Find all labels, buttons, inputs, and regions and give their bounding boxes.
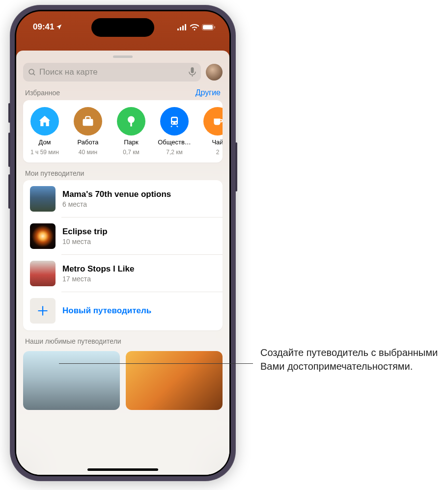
favorite-sublabel: 7,2 км [166,149,183,156]
svg-rect-6 [214,26,215,28]
loved-guides-title: Наши любимые путеводители [25,337,121,345]
favorite-item[interactable]: Парк0,7 км [110,107,153,156]
guide-title: Metro Stops I Like [62,264,216,274]
plus-icon [30,298,56,324]
new-guide-row[interactable]: Новый путеводитель [23,292,223,330]
cup-icon [203,107,223,136]
dynamic-island [91,18,154,37]
favorites-more-link[interactable]: Другие [196,88,221,97]
favorite-item[interactable]: Работа40 мин [66,107,110,156]
search-field[interactable] [23,63,201,82]
favorite-label: Обществ… [158,138,191,146]
home-indicator[interactable] [87,468,158,471]
guide-title: Mama's 70th venue options [62,190,216,199]
favorite-sublabel: 40 мин [79,149,97,156]
new-guide-label: Новый путеводитель [62,306,151,316]
loved-guide-thumb[interactable] [126,351,223,410]
svg-rect-13 [130,122,132,126]
cellular-icon [177,24,187,30]
power-button [235,142,237,191]
search-input[interactable] [39,67,186,77]
location-icon [56,24,62,30]
briefcase-icon [74,107,102,136]
svg-rect-3 [185,24,186,30]
svg-rect-5 [203,25,213,29]
guide-thumbnail [30,186,56,212]
favorite-label: Парк [124,138,139,146]
favorite-item[interactable]: Дом1 ч 59 мин [23,107,66,156]
svg-point-16 [175,122,177,124]
maps-sheet: Избранное Другие Дом1 ч 59 минРабота40 м… [16,51,229,475]
svg-rect-2 [182,26,184,30]
favorite-label: Дом [38,138,51,146]
home-icon [30,107,59,136]
svg-rect-1 [180,27,181,30]
wifi-icon [190,24,199,30]
loved-guide-thumb[interactable] [23,351,120,410]
guide-subtitle: 17 места [62,275,216,283]
favorite-sublabel: 2 [216,149,220,156]
sheet-grabber[interactable] [113,55,133,58]
svg-rect-9 [191,67,194,73]
search-icon [28,68,36,77]
microphone-icon[interactable] [189,67,196,77]
favorite-item[interactable]: Обществ…7,2 км [153,107,196,156]
svg-point-15 [172,122,173,124]
svg-line-8 [33,73,35,75]
my-guides-card: Mama's 70th venue options6 местаEclipse … [23,180,223,330]
favorite-label: Чай [212,138,223,146]
svg-rect-0 [177,28,179,30]
ringer-switch [8,103,10,123]
favorite-item[interactable]: Чай2 [196,107,223,156]
svg-rect-17 [172,118,176,121]
favorite-label: Работа [78,138,99,146]
svg-point-12 [128,116,135,123]
my-guides-title: Мои путеводители [25,169,84,177]
callout-text: Создайте путеводитель с выбранными Вами … [260,346,448,374]
guide-row[interactable]: Eclipse trip10 места [23,218,223,255]
favorites-scroller[interactable]: Дом1 ч 59 минРабота40 минПарк0,7 кмОбщес… [23,100,223,163]
svg-point-7 [29,69,34,74]
guide-row[interactable]: Metro Stops I Like17 места [23,255,223,292]
phone-frame: 09:41 [10,5,236,481]
battery-icon [202,24,216,30]
guide-subtitle: 6 места [62,200,216,208]
favorite-sublabel: 1 ч 59 мин [30,149,59,156]
tree-icon [117,107,145,136]
tram-icon [160,107,189,136]
guide-thumbnail [30,261,56,286]
guide-title: Eclipse trip [62,227,216,237]
guide-thumbnail [30,223,56,249]
guide-subtitle: 10 места [62,238,216,245]
favorites-title: Избранное [25,89,60,97]
favorite-sublabel: 0,7 км [123,149,140,156]
profile-avatar[interactable] [206,64,223,81]
favorites-card: Дом1 ч 59 минРабота40 минПарк0,7 кмОбщес… [23,100,223,163]
volume-down-button [8,174,10,209]
guide-row[interactable]: Mama's 70th venue options6 места [23,180,223,218]
status-time: 09:41 [33,22,54,32]
screen: 09:41 [16,11,229,475]
svg-rect-11 [83,119,93,126]
volume-up-button [8,133,10,167]
